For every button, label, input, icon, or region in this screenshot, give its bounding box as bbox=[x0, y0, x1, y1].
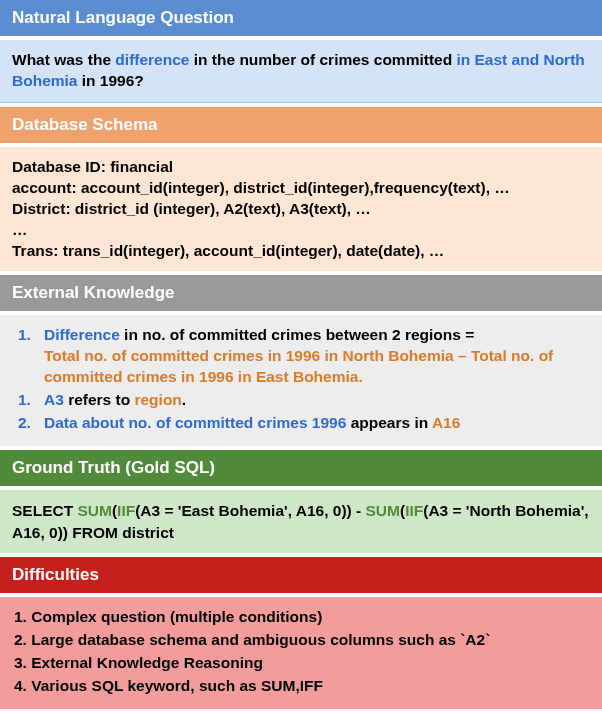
schema-line-2: account: account_id(integer), district_i… bbox=[12, 178, 590, 199]
nlq-text-mid: in the number of crimes committed bbox=[189, 51, 456, 68]
ext-header: External Knowledge bbox=[0, 275, 602, 311]
nlq-body: What was the difference in the number of… bbox=[0, 40, 602, 103]
ext-num-1: 1. bbox=[18, 325, 44, 388]
gt-section: Ground Truth (Gold SQL) SELECT SUM(IIF(A… bbox=[0, 450, 602, 553]
ext1-difference: Difference bbox=[44, 326, 120, 343]
ext2-dot: . bbox=[182, 391, 186, 408]
schema-section: Database Schema Database ID: financial a… bbox=[0, 107, 602, 272]
sql-iif2: IIF bbox=[405, 502, 423, 519]
ext3-a16: A16 bbox=[432, 414, 460, 431]
ext-body: 1. Difference in no. of committed crimes… bbox=[0, 315, 602, 446]
gt-body: SELECT SUM(IIF(A3 = 'East Bohemia', A16,… bbox=[0, 490, 602, 553]
schema-line-1: Database ID: financial bbox=[12, 157, 590, 178]
nlq-text-post: in 1996? bbox=[77, 72, 143, 89]
ext-num-2: 1. bbox=[18, 390, 44, 411]
schema-body: Database ID: financial account: account_… bbox=[0, 147, 602, 272]
ext3-appears: appears in bbox=[346, 414, 432, 431]
sql-cond1: (A3 = 'East Bohemia', A16, 0)) - bbox=[135, 502, 365, 519]
sql-sum2: SUM bbox=[366, 502, 400, 519]
schema-header: Database Schema bbox=[0, 107, 602, 143]
sql-sum1: SUM bbox=[77, 502, 111, 519]
ext-item-3: 2. Data about no. of committed crimes 19… bbox=[18, 413, 590, 434]
diff-body: 1. Complex question (multiple conditions… bbox=[0, 597, 602, 709]
diff-item-2: 2. Large database schema and ambiguous c… bbox=[14, 630, 590, 651]
sql-iif1: IIF bbox=[117, 502, 135, 519]
ext-list: 1. Difference in no. of committed crimes… bbox=[12, 325, 590, 434]
schema-line-5: Trans: trans_id(integer), account_id(int… bbox=[12, 241, 590, 262]
diff-section: Difficulties 1. Complex question (multip… bbox=[0, 557, 602, 709]
nlq-text-pre: What was the bbox=[12, 51, 115, 68]
diff-item-3: 3. External Knowledge Reasoning bbox=[14, 653, 590, 674]
schema-line-4: … bbox=[12, 220, 590, 241]
ext-item-2: 1. A3 refers to region. bbox=[18, 390, 590, 411]
diff-header: Difficulties bbox=[0, 557, 602, 593]
ext-txt-2: A3 refers to region. bbox=[44, 390, 590, 411]
ext-num-3: 2. bbox=[18, 413, 44, 434]
external-section: External Knowledge 1. Difference in no. … bbox=[0, 275, 602, 446]
nlq-header: Natural Language Question bbox=[0, 0, 602, 36]
ext2-refers: refers to bbox=[64, 391, 135, 408]
ext2-a3: A3 bbox=[44, 391, 64, 408]
nlq-difference: difference bbox=[115, 51, 189, 68]
ext2-region: region bbox=[134, 391, 181, 408]
diff-item-1: 1. Complex question (multiple conditions… bbox=[14, 607, 590, 628]
ext-item-1: 1. Difference in no. of committed crimes… bbox=[18, 325, 590, 388]
sql-select: SELECT bbox=[12, 502, 77, 519]
ext-txt-1: Difference in no. of committed crimes be… bbox=[44, 325, 590, 388]
ext3-data: Data about no. of committed crimes 1996 bbox=[44, 414, 346, 431]
gt-header: Ground Truth (Gold SQL) bbox=[0, 450, 602, 486]
nlq-section: Natural Language Question What was the d… bbox=[0, 0, 602, 103]
diff-item-4: 4. Various SQL keyword, such as SUM,IFF bbox=[14, 676, 590, 697]
schema-line-3: District: district_id (integer), A2(text… bbox=[12, 199, 590, 220]
ext-txt-3: Data about no. of committed crimes 1996 … bbox=[44, 413, 590, 434]
ext1-mid: in no. of committed crimes between 2 reg… bbox=[120, 326, 474, 343]
diff-list: 1. Complex question (multiple conditions… bbox=[12, 607, 590, 697]
ext1-formula: Total no. of committed crimes in 1996 in… bbox=[44, 347, 553, 385]
